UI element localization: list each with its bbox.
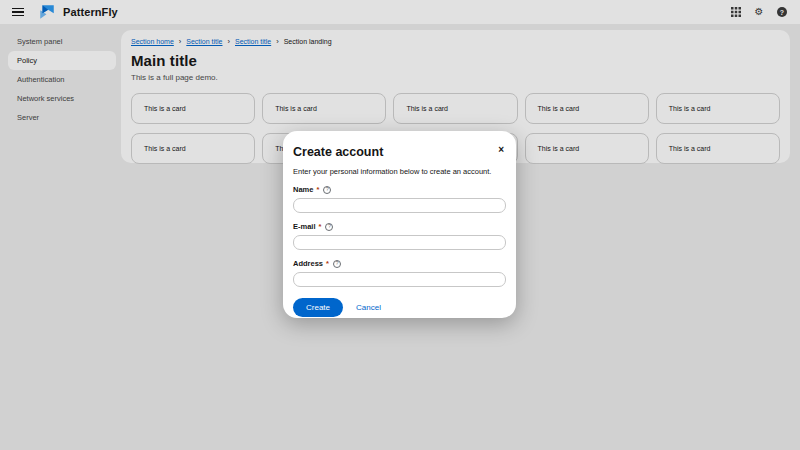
email-field[interactable] — [293, 235, 506, 250]
cancel-button[interactable]: Cancel — [356, 303, 381, 312]
modal-description: Enter your personal information below to… — [293, 167, 506, 176]
question-circle-icon[interactable]: ? — [333, 260, 341, 268]
required-indicator: * — [316, 185, 319, 194]
form-group-name: Name * ? — [293, 185, 506, 213]
question-circle-icon[interactable]: ? — [323, 186, 331, 194]
name-field[interactable] — [293, 198, 506, 213]
form-group-email: E-mail * ? — [293, 222, 506, 250]
form-group-address: Address * ? — [293, 259, 506, 287]
address-field-label: Address — [293, 259, 323, 268]
email-field-label: E-mail — [293, 222, 316, 231]
modal-title: Create account — [293, 145, 383, 159]
create-account-modal: Create account × Enter your personal inf… — [283, 131, 516, 318]
name-field-label: Name — [293, 185, 313, 194]
question-circle-icon[interactable]: ? — [325, 223, 333, 231]
required-indicator: * — [319, 222, 322, 231]
address-field[interactable] — [293, 272, 506, 287]
close-icon[interactable]: × — [496, 145, 506, 155]
required-indicator: * — [326, 259, 329, 268]
create-button[interactable]: Create — [293, 298, 343, 317]
